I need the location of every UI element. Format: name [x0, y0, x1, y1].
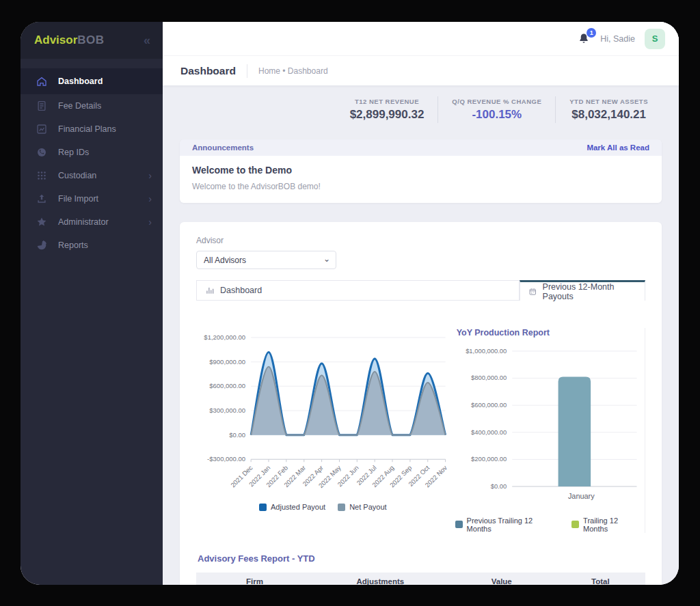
legend-label: Adjusted Payout	[271, 503, 325, 511]
sidebar-collapse-icon[interactable]: «	[144, 34, 150, 46]
chevron-right-icon: ›	[148, 194, 152, 204]
stat-qq-revenue-change: Q/Q REVENUE % CHANGE -100.15%	[438, 96, 555, 123]
report-tabs: Dashboard Previous 12-Month Payouts	[196, 280, 645, 301]
announcement-item-title: Welcome to the Demo	[192, 165, 649, 176]
payout-area-chart-panel: $1,200,000.00$900,000.00$600,000.00$300,…	[196, 328, 450, 533]
tab-previous-12-month-payouts[interactable]: Previous 12-Month Payouts	[520, 280, 645, 301]
tab-dashboard[interactable]: Dashboard	[196, 280, 520, 301]
svg-text:$600,000.00: $600,000.00	[209, 382, 245, 389]
svg-text:$900,000.00: $900,000.00	[209, 358, 245, 366]
legend-label: Net Payout	[349, 503, 386, 511]
payout-area-chart: $1,200,000.00$900,000.00$600,000.00$300,…	[196, 328, 450, 500]
stat-label: T12 NET REVENUE	[350, 98, 425, 105]
sidebar-logo-row: AdvisorBOB «	[21, 22, 163, 59]
circle-phone-icon	[36, 146, 48, 159]
legend-label: Trailing 12 Months	[583, 517, 645, 533]
column-header-adjustments: Adjustments	[313, 573, 448, 585]
breadcrumb-divider	[247, 64, 247, 78]
logo-text-advisor: Advisor	[34, 33, 77, 47]
stat-label: YTD NET NEW ASSETS	[569, 98, 648, 105]
yoy-production-panel: YoY Production Report $1,000,000.00$800,…	[450, 328, 645, 533]
app-logo: AdvisorBOB	[34, 33, 105, 47]
main-area: 1 Hi, Sadie S Dashboard Home • Dashboard…	[163, 22, 679, 585]
grid-dots-icon	[36, 169, 48, 182]
fees-report-table: Firm Adjustments Value Total Grand Total…	[196, 573, 645, 585]
announcements-header: Announcements Mark All as Read	[180, 139, 662, 156]
advisor-select-wrap: All Advisors ⌄	[196, 251, 336, 269]
kpi-stats-row: T12 NET REVENUE $2,899,990.32 Q/Q REVENU…	[180, 96, 662, 123]
svg-text:$0.00: $0.00	[229, 431, 245, 439]
legend-swatch	[338, 504, 345, 511]
sidebar-item-file-import[interactable]: File Import ›	[21, 187, 163, 210]
tab-label: Dashboard	[220, 286, 262, 295]
dashboard-card: Advisor All Advisors ⌄ Dashboard	[180, 222, 662, 585]
yoy-chart-title: YoY Production Report	[457, 328, 645, 338]
svg-text:$600,000.00: $600,000.00	[471, 401, 507, 409]
sidebar-item-rep-ids[interactable]: Rep IDs	[21, 141, 163, 164]
stat-value: $2,899,990.32	[350, 108, 425, 122]
legend-trailing-12-months[interactable]: Trailing 12 Months	[571, 517, 645, 533]
breadcrumb-bar: Dashboard Home • Dashboard	[163, 56, 679, 85]
chevron-right-icon: ›	[148, 217, 152, 227]
invoice-icon	[36, 100, 48, 112]
chart-line-icon	[36, 123, 48, 135]
legend-adjusted-payout[interactable]: Adjusted Payout	[259, 503, 325, 511]
sidebar-item-label: Administrator	[58, 217, 109, 227]
column-header-total: Total	[556, 573, 645, 585]
sidebar-item-label: File Import	[58, 194, 98, 204]
page-title: Dashboard	[180, 65, 236, 77]
legend-swatch	[259, 504, 267, 511]
sidebar-item-label: Financial Plans	[58, 124, 116, 134]
user-avatar[interactable]: S	[645, 29, 665, 49]
svg-text:$200,000.00: $200,000.00	[471, 455, 507, 463]
sidebar-item-label: Reports	[58, 240, 88, 250]
sidebar-item-dashboard[interactable]: Dashboard	[21, 68, 163, 94]
logo-text-bob: BOB	[77, 33, 104, 47]
stat-t12-net-revenue: T12 NET REVENUE $2,899,990.32	[336, 96, 438, 123]
advisor-filter-label: Advisor	[196, 236, 645, 245]
legend-label: Previous Trailing 12 Months	[467, 517, 559, 533]
sidebar-item-custodian[interactable]: Custodian ›	[21, 164, 163, 187]
pie-chart-icon	[36, 239, 48, 251]
calendar-icon	[528, 287, 537, 297]
top-header: 1 Hi, Sadie S	[163, 22, 679, 56]
legend-previous-trailing-12-months[interactable]: Previous Trailing 12 Months	[455, 517, 559, 533]
sidebar: AdvisorBOB « Dashboard Fee Details Finan…	[21, 22, 163, 585]
stat-label: Q/Q REVENUE % CHANGE	[452, 98, 541, 105]
legend-net-payout[interactable]: Net Payout	[338, 503, 386, 511]
svg-text:January: January	[568, 492, 595, 500]
notification-badge: 1	[587, 28, 596, 38]
announcement-item-body: Welcome to the AdvisorBOB demo!	[192, 182, 649, 191]
bar-chart-legend: Previous Trailing 12 Months Trailing 12 …	[455, 517, 645, 533]
legend-swatch	[571, 521, 579, 528]
sidebar-item-reports[interactable]: Reports	[21, 234, 163, 257]
charts-row: $1,200,000.00$900,000.00$600,000.00$300,…	[196, 328, 645, 533]
page-body: T12 NET REVENUE $2,899,990.32 Q/Q REVENU…	[163, 85, 679, 585]
sidebar-item-label: Dashboard	[58, 77, 103, 86]
svg-text:$0.00: $0.00	[490, 482, 507, 490]
stat-value: $8,032,140.21	[569, 108, 648, 122]
home-icon	[36, 75, 48, 87]
fees-report-title: Advisory Fees Report - YTD	[198, 553, 645, 564]
tab-label: Previous 12-Month Payouts	[543, 282, 636, 301]
app-window: AdvisorBOB « Dashboard Fee Details Finan…	[21, 22, 679, 585]
table-header-row: Firm Adjustments Value Total	[196, 573, 645, 585]
announcements-title: Announcements	[192, 143, 254, 152]
svg-text:-$300,000.00: -$300,000.00	[207, 455, 245, 463]
user-greeting: Hi, Sadie	[600, 34, 635, 44]
sidebar-item-financial-plans[interactable]: Financial Plans	[21, 118, 163, 141]
notification-bell-icon[interactable]: 1	[577, 32, 591, 46]
column-header-firm: Firm	[196, 573, 313, 585]
sidebar-menu: Dashboard Fee Details Financial Plans Re…	[21, 59, 163, 257]
star-icon	[36, 216, 48, 228]
column-header-value: Value	[448, 573, 556, 585]
breadcrumb-trail[interactable]: Home • Dashboard	[258, 66, 328, 76]
stat-value: -100.15%	[452, 108, 541, 122]
sidebar-item-label: Fee Details	[58, 101, 101, 111]
advisor-select[interactable]: All Advisors	[196, 251, 336, 269]
mark-all-read-link[interactable]: Mark All as Read	[587, 143, 649, 152]
sidebar-item-fee-details[interactable]: Fee Details	[21, 94, 163, 118]
sidebar-item-label: Rep IDs	[58, 148, 89, 157]
sidebar-item-administrator[interactable]: Administrator ›	[21, 210, 163, 234]
sidebar-item-label: Custodian	[58, 171, 96, 180]
